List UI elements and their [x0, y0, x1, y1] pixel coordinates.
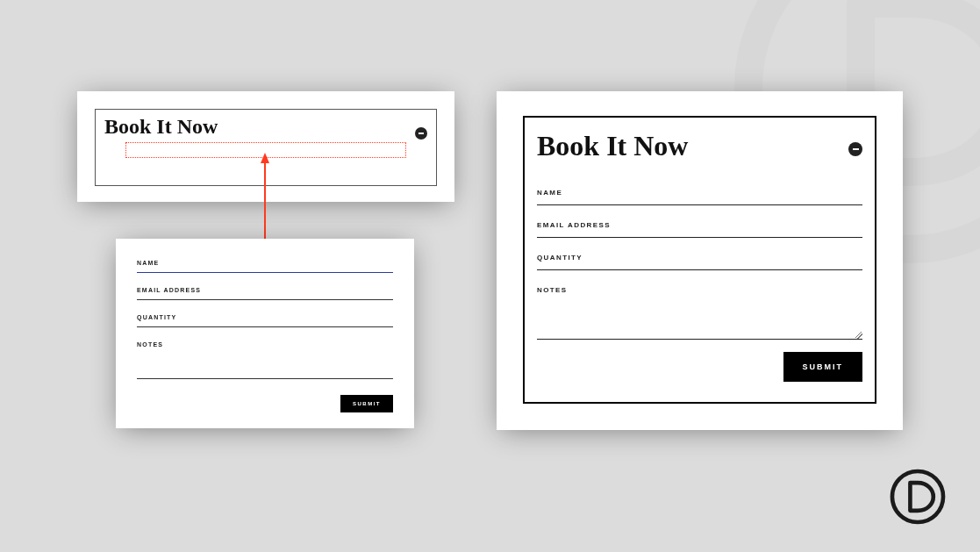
- field-email[interactable]: EMAIL ADDRESS: [537, 221, 862, 238]
- quantity-label: QUANTITY: [537, 254, 862, 262]
- field-quantity[interactable]: QUANTITY: [137, 314, 393, 327]
- collapse-icon[interactable]: [848, 142, 862, 156]
- field-quantity[interactable]: QUANTITY: [537, 254, 862, 270]
- notes-label: NOTES: [537, 286, 862, 294]
- email-input-line[interactable]: [537, 229, 862, 238]
- field-email[interactable]: EMAIL ADDRESS: [137, 287, 393, 300]
- toggle-title: Book It Now: [104, 115, 218, 138]
- submit-button[interactable]: SUBMIT: [783, 352, 863, 382]
- email-label: EMAIL ADDRESS: [537, 221, 862, 229]
- resize-handle-icon[interactable]: [855, 332, 862, 339]
- quantity-input-line[interactable]: [137, 320, 393, 327]
- email-label: EMAIL ADDRESS: [137, 287, 393, 293]
- toggle-title-large: Book It Now: [537, 130, 862, 162]
- email-input-line[interactable]: [137, 293, 393, 300]
- name-label: NAME: [537, 189, 862, 197]
- field-name[interactable]: NAME: [537, 189, 862, 205]
- name-input-line[interactable]: [537, 197, 862, 205]
- collapse-icon[interactable]: [415, 127, 427, 140]
- name-input-line[interactable]: [137, 266, 393, 273]
- notes-label: NOTES: [137, 341, 393, 348]
- field-notes[interactable]: NOTES: [137, 341, 393, 379]
- quantity-input-line[interactable]: [537, 262, 862, 270]
- builder-module-panel: Book It Now: [77, 91, 454, 202]
- divi-logo-icon: [889, 468, 947, 529]
- svg-point-3: [892, 471, 943, 522]
- combined-result-panel: Book It Now NAME EMAIL ADDRESS QUANTITY …: [497, 91, 903, 430]
- quantity-label: QUANTITY: [137, 314, 393, 320]
- notes-textarea[interactable]: [537, 294, 862, 340]
- field-name[interactable]: NAME: [137, 260, 393, 273]
- field-notes[interactable]: NOTES: [537, 286, 862, 340]
- submit-button[interactable]: SUBMIT: [340, 395, 393, 412]
- module-dropzone[interactable]: [125, 142, 406, 158]
- name-label: NAME: [137, 260, 393, 266]
- contact-form-module-preview: NAME EMAIL ADDRESS QUANTITY NOTES SUBMIT: [116, 239, 414, 428]
- notes-textarea-line[interactable]: [137, 348, 393, 379]
- toggle-open-content: Book It Now NAME EMAIL ADDRESS QUANTITY …: [523, 116, 876, 404]
- toggle-module-outline[interactable]: Book It Now: [95, 109, 437, 186]
